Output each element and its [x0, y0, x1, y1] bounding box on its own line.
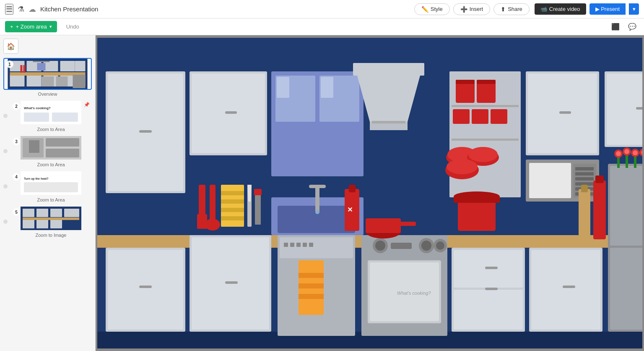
svg-rect-13 — [33, 61, 50, 62]
svg-point-137 — [616, 151, 621, 156]
svg-rect-18 — [73, 75, 86, 88]
svg-rect-26 — [46, 149, 79, 157]
svg-rect-21 — [24, 113, 49, 122]
slide-1-number: 1 — [6, 60, 13, 68]
svg-rect-15 — [23, 65, 26, 73]
slide-thumb-5[interactable]: 5 — [10, 206, 92, 231]
svg-rect-56 — [372, 121, 405, 123]
svg-rect-151 — [210, 185, 216, 220]
presentation-title: Kitchen Presentation — [40, 5, 98, 13]
svg-rect-154 — [221, 191, 244, 195]
svg-text:Turn up the heat?: Turn up the heat? — [24, 177, 49, 181]
svg-rect-102 — [309, 243, 313, 247]
slide-1-label: Overview — [3, 92, 92, 97]
svg-rect-157 — [221, 216, 244, 220]
insert-button[interactable]: ➕ Insert — [453, 3, 491, 15]
slide-thumb-1[interactable]: 1 — [3, 58, 92, 90]
style-icon: ✏️ — [421, 6, 428, 13]
canvas-area[interactable]: What's cooking? — [96, 35, 644, 351]
slide-3-number: 3 — [13, 138, 20, 145]
svg-rect-33 — [36, 209, 48, 217]
svg-rect-12 — [37, 63, 46, 71]
create-video-button[interactable]: 📹 Create video — [535, 3, 586, 15]
svg-rect-83 — [575, 172, 594, 176]
svg-rect-60 — [456, 82, 475, 103]
svg-rect-180 — [593, 181, 606, 239]
svg-point-141 — [633, 150, 638, 155]
svg-rect-120 — [454, 290, 523, 330]
zoom-area-button[interactable]: + + Zoom area ▾ — [5, 21, 57, 32]
svg-rect-165 — [309, 185, 326, 188]
slide-3-label: Zoom to Area — [10, 162, 92, 167]
home-button[interactable]: 🏠 — [3, 39, 18, 54]
slide-thumb-3[interactable]: 3 — [10, 135, 92, 160]
kitchen-svg: What's cooking? — [97, 38, 642, 348]
svg-rect-27 — [29, 140, 39, 153]
svg-rect-106 — [299, 294, 324, 299]
hamburger-menu[interactable]: ☰ — [5, 4, 13, 15]
slide-2-number: 2 — [13, 102, 20, 110]
svg-text:What's cooking?: What's cooking? — [397, 291, 431, 296]
svg-rect-44 — [139, 130, 152, 133]
svg-point-70 — [468, 147, 498, 162]
svg-rect-171 — [366, 218, 401, 233]
app-logo-icon: ⚗ — [18, 5, 24, 14]
svg-text:✕: ✕ — [347, 206, 353, 213]
svg-rect-92 — [139, 286, 152, 288]
main-layout: 🏠 — [0, 35, 644, 351]
svg-rect-34 — [50, 209, 62, 217]
slide-thumb-2[interactable]: What's cooking? 2 📌 — [10, 100, 92, 125]
toolbar: + + Zoom area ▾ Undo ⬛ 💬 — [0, 18, 644, 35]
svg-rect-22 — [52, 113, 78, 122]
svg-rect-16 — [42, 76, 54, 86]
slide-3-inner: 3 Zoom to Area — [10, 135, 92, 167]
slide-row-3: 3 Zoom to Area — [3, 135, 92, 167]
pin-icon-2: 📌 — [84, 102, 90, 107]
screen-icon-button[interactable]: ⬛ — [609, 21, 622, 32]
svg-rect-65 — [472, 109, 488, 124]
svg-rect-98 — [284, 243, 288, 247]
svg-rect-32 — [23, 209, 34, 217]
svg-rect-155 — [221, 199, 244, 204]
svg-rect-82 — [575, 167, 594, 170]
present-button[interactable]: ▶ Present — [589, 3, 626, 15]
slide-thumb-4[interactable]: Turn up the heat? 4 — [10, 170, 92, 196]
svg-rect-97 — [280, 237, 353, 258]
svg-rect-181 — [595, 176, 604, 183]
svg-rect-172 — [399, 222, 416, 226]
svg-point-152 — [205, 219, 220, 231]
svg-rect-127 — [610, 166, 642, 246]
style-button[interactable]: ✏️ Style — [414, 3, 450, 15]
svg-rect-66 — [491, 109, 507, 124]
top-bar: ☰ ⚗ ☁ Kitchen Presentation ✏️ Style ➕ In… — [0, 0, 644, 18]
svg-rect-156 — [221, 208, 244, 212]
svg-rect-124 — [531, 250, 600, 330]
cloud-save-icon: ☁ — [29, 5, 36, 14]
svg-rect-176 — [456, 199, 461, 203]
svg-rect-38 — [50, 219, 62, 228]
svg-rect-160 — [254, 189, 262, 195]
slide-4-label: Zoom to Area — [10, 197, 92, 202]
slide-item-2: What's cooking? 2 📌 Zoom to Area — [3, 100, 92, 132]
svg-rect-99 — [290, 243, 294, 247]
svg-point-72 — [447, 159, 478, 174]
plus-icon: + — [10, 24, 13, 30]
svg-rect-101 — [303, 243, 307, 247]
svg-rect-105 — [299, 283, 324, 288]
share-button[interactable]: ⬆ Share — [493, 3, 530, 15]
slide-5-inner: 5 Zoom to Image — [10, 206, 92, 238]
svg-rect-161 — [255, 195, 261, 225]
present-dropdown-button[interactable]: ▾ — [629, 3, 639, 15]
slide-row-5: 5 Zoom to Image — [3, 206, 92, 238]
svg-rect-84 — [575, 177, 594, 181]
slide-5-label: Zoom to Image — [10, 233, 92, 238]
slide-4-dot — [3, 184, 8, 189]
comment-icon-button[interactable]: 💬 — [626, 21, 639, 32]
svg-rect-51 — [277, 77, 289, 98]
svg-rect-35 — [64, 209, 79, 217]
svg-rect-95 — [225, 281, 238, 284]
slide-row-4: Turn up the heat? 4 Zoom to Area — [3, 170, 92, 202]
undo-button[interactable]: Undo — [62, 22, 83, 31]
svg-rect-52 — [321, 77, 333, 98]
svg-rect-177 — [491, 199, 496, 203]
